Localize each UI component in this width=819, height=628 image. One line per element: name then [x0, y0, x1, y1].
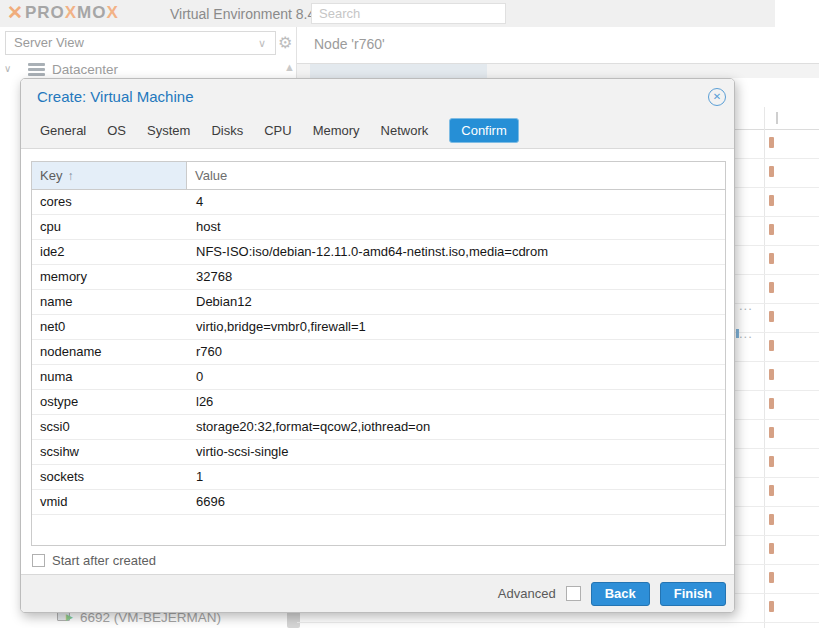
truncated-row-text: [769, 543, 774, 554]
tab-cpu[interactable]: CPU: [264, 123, 291, 138]
tab-os[interactable]: OS: [107, 123, 126, 138]
view-selector-label: Server View: [14, 35, 84, 50]
table-row[interactable]: cores4: [32, 190, 725, 215]
search-input[interactable]: [311, 3, 506, 24]
dialog-tab-bar: General OS System Disks CPU Memory Netwo…: [40, 112, 519, 148]
truncated-row-text: [769, 514, 774, 525]
truncated-row-text: [769, 601, 774, 612]
proxmox-logo-text: PROXMOX: [25, 3, 119, 23]
tab-disks[interactable]: Disks: [211, 123, 243, 138]
dialog-title: Create: Virtual Machine: [37, 88, 193, 105]
tab-system[interactable]: System: [147, 123, 190, 138]
vm-running-icon: ▶: [66, 612, 73, 622]
truncated-row-text: [769, 456, 774, 467]
table-row[interactable]: cpuhost: [32, 215, 725, 240]
tab-confirm[interactable]: Confirm: [449, 118, 519, 143]
table-row[interactable]: nodenamer760: [32, 340, 725, 365]
table-row[interactable]: scsihwvirtio-scsi-single: [32, 440, 725, 465]
node-panel-title: Node 'r760': [314, 36, 385, 52]
dialog-content: Key↑ Value cores4 cpuhost ide2NFS-ISO:is…: [21, 149, 734, 575]
table-row[interactable]: sockets1: [32, 465, 725, 490]
proxmox-x-icon: ✕: [7, 3, 23, 23]
table-row[interactable]: net0virtio,bridge=vmbr0,firewall=1: [32, 315, 725, 340]
column-header-value[interactable]: Value: [187, 162, 725, 189]
table-row[interactable]: ide2NFS-ISO:iso/debian-12.11.0-amd64-net…: [32, 240, 725, 265]
close-icon[interactable]: ✕: [708, 88, 726, 106]
truncated-row-text: [769, 253, 774, 264]
advanced-checkbox[interactable]: [566, 586, 581, 601]
tree-scroll-up-icon[interactable]: ▲: [284, 61, 295, 73]
node-toolbar: [297, 64, 819, 78]
datacenter-icon: [28, 63, 45, 76]
truncated-row-text: [769, 340, 774, 351]
advanced-label: Advanced: [498, 586, 556, 601]
table-row[interactable]: numa0: [32, 365, 725, 390]
chevron-down-icon: ∨: [258, 32, 266, 54]
tab-network[interactable]: Network: [381, 123, 429, 138]
truncated-row-text: [769, 282, 774, 293]
truncated-row-text: [769, 427, 774, 438]
truncated-row-text: [769, 398, 774, 409]
truncated-row-text: [769, 311, 774, 322]
truncated-row-text: [769, 195, 774, 206]
table-row[interactable]: memory32768: [32, 265, 725, 290]
table-row[interactable]: ostypel26: [32, 390, 725, 415]
tab-memory[interactable]: Memory: [313, 123, 360, 138]
node-toolbar-selected-segment: [310, 64, 487, 78]
back-button[interactable]: Back: [591, 582, 650, 606]
start-after-created-label: Start after created: [52, 553, 156, 568]
truncated-row-text: [769, 137, 774, 148]
dialog-header: Create: Virtual Machine ✕ General OS Sys…: [21, 79, 734, 149]
start-after-created-option: Start after created: [32, 553, 156, 568]
datacenter-label: Datacenter: [52, 62, 118, 77]
tree-expander-icon[interactable]: ∨: [4, 63, 11, 74]
dialog-footer: Advanced Back Finish: [21, 574, 734, 612]
table-header-row: Key↑ Value: [32, 162, 725, 190]
gear-icon[interactable]: ⚙: [278, 33, 292, 53]
start-after-created-checkbox[interactable]: [32, 554, 45, 567]
sort-asc-icon: ↑: [67, 169, 73, 183]
column-header-key[interactable]: Key↑: [32, 162, 187, 189]
finish-button[interactable]: Finish: [660, 582, 726, 606]
proxmox-logo: ✕ PROXMOX: [7, 3, 119, 23]
table-empty-space: [32, 515, 725, 545]
view-selector-dropdown[interactable]: Server View ∨: [5, 31, 276, 55]
background-grid-header-fragment: [776, 112, 778, 124]
truncated-text: ...: [739, 298, 753, 313]
table-row[interactable]: nameDebian12: [32, 290, 725, 315]
top-header-bar: ✕ PROXMOX Virtual Environment 8.4.0: [0, 0, 775, 27]
truncated-row-text: [769, 369, 774, 380]
truncated-row-text: [769, 485, 774, 496]
truncated-icon-fragment: [736, 329, 739, 338]
truncated-row-text: [769, 166, 774, 177]
table-row[interactable]: scsi0storage20:32,format=qcow2,iothread=…: [32, 415, 725, 440]
truncated-row-text: [769, 572, 774, 583]
confirm-settings-table: Key↑ Value cores4 cpuhost ide2NFS-ISO:is…: [31, 161, 726, 546]
product-version-label: Virtual Environment 8.4.0: [170, 6, 327, 22]
truncated-text: ...: [739, 326, 753, 341]
truncated-row-text: [769, 224, 774, 235]
proxmox-app: { "topbar": { "logo_mark": "✕", "logo_se…: [0, 0, 819, 628]
tab-general[interactable]: General: [40, 123, 86, 138]
create-vm-dialog: Create: Virtual Machine ✕ General OS Sys…: [20, 78, 735, 613]
table-row[interactable]: vmid6696: [32, 490, 725, 515]
